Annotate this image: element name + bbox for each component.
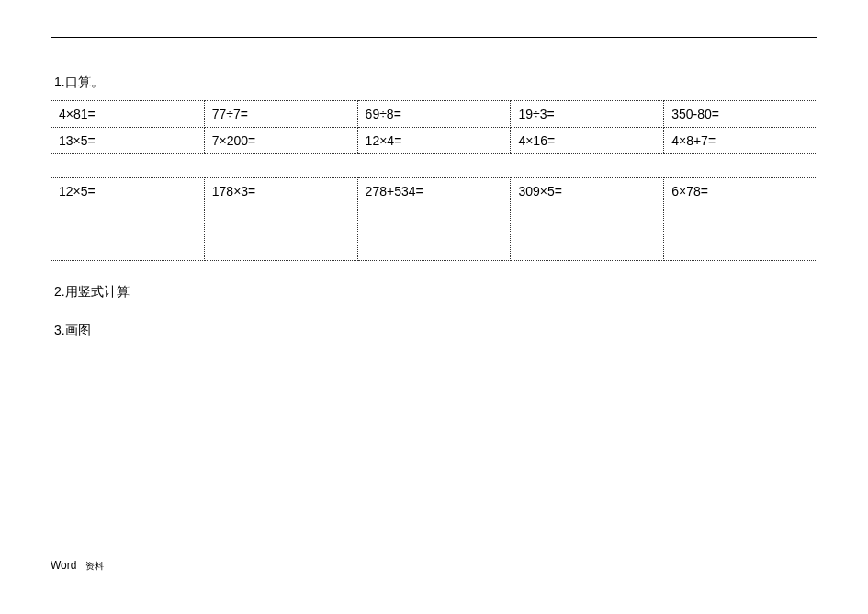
cell: 69÷8=	[357, 101, 511, 128]
cell: 4×16=	[511, 128, 664, 154]
cell: 278+534=	[357, 178, 511, 261]
cell: 19÷3=	[511, 101, 664, 128]
table-row: 12×5= 178×3= 278+534= 309×5= 6×78=	[51, 178, 817, 261]
cell: 6×78=	[664, 178, 817, 261]
mental-math-table-1: 4×81= 77÷7= 69÷8= 19÷3= 350-80= 13×5= 7×…	[51, 100, 817, 154]
table-row: 13×5= 7×200= 12×4= 4×16= 4×8+7=	[51, 128, 817, 154]
footer-word: Word	[51, 559, 76, 572]
footer: Word 资料	[51, 559, 104, 573]
cell: 4×8+7=	[664, 128, 817, 154]
section-2-heading: 2.用竖式计算	[51, 284, 817, 301]
cell: 13×5=	[51, 128, 205, 154]
footer-sub: 资料	[85, 561, 104, 571]
cell: 7×200=	[204, 128, 357, 154]
cell: 309×5=	[511, 178, 664, 261]
cell: 12×4=	[357, 128, 511, 154]
mental-math-table-2: 12×5= 178×3= 278+534= 309×5= 6×78=	[51, 177, 817, 261]
top-rule	[51, 37, 817, 38]
cell: 350-80=	[664, 101, 817, 128]
cell: 178×3=	[204, 178, 357, 261]
section-1-heading: 1.口算。	[51, 74, 817, 91]
cell: 77÷7=	[204, 101, 357, 128]
cell: 12×5=	[51, 178, 205, 261]
cell: 4×81=	[51, 101, 205, 128]
section-3-heading: 3.画图	[51, 323, 817, 339]
table-row: 4×81= 77÷7= 69÷8= 19÷3= 350-80=	[51, 101, 817, 128]
